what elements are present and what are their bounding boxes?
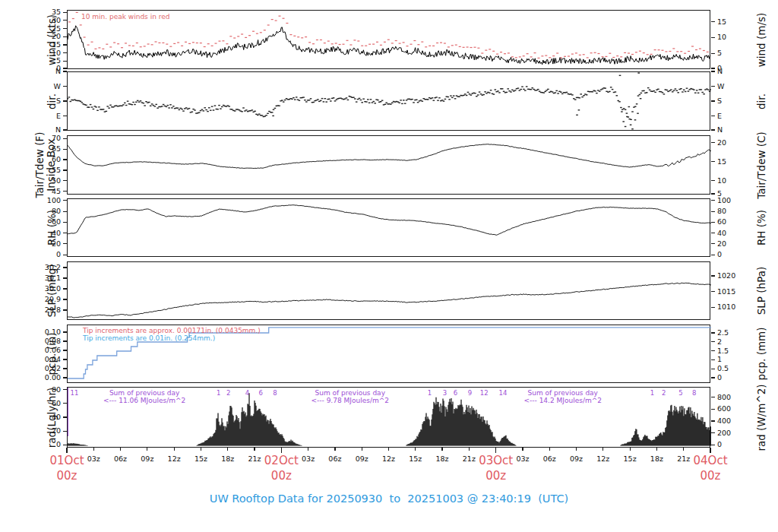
day-sum-annotation: Sum of previous day<--- 14.2 MJoules/m^2 [502,389,624,404]
y-tick [711,377,715,378]
temp-chart [68,136,711,195]
y-tick [711,359,715,360]
day-sum-annotation: Sum of previous day<--- 11.06 MJoules/m^… [84,389,205,404]
mj-mark-label: 6 [253,389,268,397]
y-tick [63,416,67,417]
y-tick [63,445,67,445]
x-date-label: 01Oct 00z [36,453,97,483]
temp-left-title-text: Tair/Tdew (F) [34,89,46,241]
rad-ytick-label: 800 [717,393,731,401]
rh-ytick-label: 0 [717,250,722,258]
x-tick [630,448,631,451]
y-tick [63,331,67,332]
y-tick [63,431,67,432]
y-tick [63,233,67,233]
y-tick [711,307,715,308]
pcp-blue-annotation: Tip increments are 0.01in. (0.254mm.) [83,334,215,342]
x-tick [201,448,201,451]
y-tick [711,445,715,445]
x-tick [93,448,94,451]
x-tick [441,448,442,451]
x-minor-label: 06z [536,454,563,463]
x-minor-label: 18z [429,454,456,463]
y-tick [711,222,715,223]
mj-mark-label: 11 [67,389,82,397]
y-tick [711,255,715,255]
y-tick [711,397,715,397]
y-tick [711,200,715,201]
slp-ytick-label: 1015 [717,287,735,296]
y-tick [63,71,67,71]
x-minor-label: 12z [160,454,188,463]
y-tick [711,129,715,130]
x-minor-label: 12z [375,454,403,463]
x-minor-label: 15z [187,454,214,463]
x-tick [227,448,228,451]
y-tick [63,350,67,350]
x-minor-label: 09z [563,454,590,463]
dir-ytick-label: S [717,97,722,105]
x-minor-label: 18z [214,454,242,463]
y-tick [63,129,67,130]
y-tick [63,377,67,378]
pcp-ytick-label: 0 [717,373,722,382]
x-tick [469,448,470,451]
y-tick [63,100,67,101]
dir-chart [68,72,711,131]
panel-rh [67,198,710,257]
y-tick [63,44,67,45]
mj-mark-label: 1 [422,389,437,397]
y-tick [711,243,715,244]
x-tick-major [710,448,710,453]
panel-slp [67,261,710,320]
y-tick [63,138,67,139]
y-tick [711,332,715,333]
x-minor-label: 15z [402,454,429,463]
y-tick [63,12,67,13]
day-sum-line: Sum of previous day [502,389,624,397]
x-tick-major [495,448,496,453]
mj-mark-label: 9 [462,389,477,397]
x-tick [334,448,335,451]
y-tick [63,86,67,87]
x-tick [415,448,416,451]
x-tick-major [281,448,282,453]
slp-ytick-label: 1010 [717,302,735,311]
y-tick [63,267,67,268]
x-minor-label: 09z [348,454,375,463]
y-tick [63,222,67,223]
y-tick [711,432,715,433]
y-tick [63,20,67,21]
slp-ytick-label: 1020 [717,271,735,280]
rad-right-title: rad (W/m^2) [756,341,767,493]
panel-dir [67,71,710,131]
x-tick [549,448,550,451]
pcp-ytick-label: 0.5 [717,364,729,372]
mj-mark-label: 8 [687,389,702,397]
x-date-label: 04Oct 00z [680,453,741,483]
rad-ytick-label: 200 [717,429,731,437]
y-tick [63,277,67,278]
x-minor-label: 15z [616,454,644,463]
y-tick [63,243,67,244]
dir-ytick-label: E [717,112,722,120]
y-tick [711,420,715,421]
mj-mark-label: 8 [267,389,283,397]
x-minor-label: 18z [643,454,670,463]
wind-annotation: 10 min. peak winds in red [81,13,170,21]
mj-mark-label: 2 [656,389,672,397]
y-tick [711,180,715,181]
rad-ytick-label: 600 [717,404,731,413]
y-tick [63,191,67,192]
y-tick [711,21,715,22]
rh-ytick-label: 80 [717,207,726,215]
x-tick [683,448,684,451]
x-tick [147,448,147,451]
day-sum-line: <--- 14.2 MJoules/m^2 [502,397,624,404]
pcp-ytick-label: 1.5 [717,347,729,355]
x-tick-major [66,448,67,453]
slp-chart [68,262,711,321]
x-minor-label: 06z [107,454,134,463]
x-tick [602,448,603,451]
y-tick [711,161,715,162]
